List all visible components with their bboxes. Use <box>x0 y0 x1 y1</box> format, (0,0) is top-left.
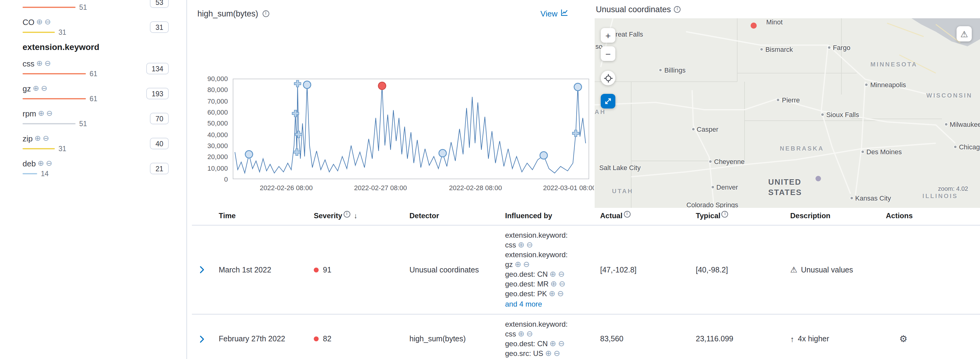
add-filter-icon[interactable]: ⊕ <box>34 135 41 142</box>
remove-filter-icon[interactable]: ⊖ <box>46 160 52 167</box>
column-header-actions[interactable]: Actions <box>886 212 913 220</box>
info-icon[interactable]: i <box>722 211 729 217</box>
city-dot <box>760 48 763 51</box>
influencer-label[interactable]: CO <box>22 18 34 27</box>
y-tick-label: 30,000 <box>207 142 228 149</box>
remove-filter-icon[interactable]: ⊖ <box>527 240 533 249</box>
add-filter-icon[interactable]: ⊕ <box>550 270 556 279</box>
influencer-entry: geo.src: US⊕⊖ <box>505 349 584 358</box>
info-icon[interactable]: i <box>262 10 269 17</box>
set-view-crosshair-button[interactable] <box>601 71 616 85</box>
map-city-label: Salt Lake City <box>599 164 641 172</box>
add-filter-icon[interactable]: ⊕ <box>38 110 45 117</box>
city-name: Des Moines <box>866 148 902 155</box>
add-filter-icon[interactable]: ⊕ <box>545 349 552 358</box>
remove-filter-icon[interactable]: ⊖ <box>523 260 530 269</box>
severity-dot <box>314 267 319 272</box>
influencer-score-row: 31 <box>22 144 169 153</box>
remove-filter-icon[interactable]: ⊖ <box>46 110 53 117</box>
add-filter-icon[interactable]: ⊕ <box>518 329 525 338</box>
multi-bucket-anomaly-marker[interactable] <box>294 80 301 87</box>
expand-row-chevron-icon[interactable] <box>198 335 206 343</box>
influencer-total-badge: 31 <box>150 21 169 33</box>
influencer-label[interactable]: deb <box>22 159 36 168</box>
remove-filter-icon[interactable]: ⊖ <box>558 339 565 348</box>
map-city-label: Colorado Springs <box>686 201 738 208</box>
map-warning-button[interactable]: ⚠ <box>956 26 972 41</box>
remove-filter-icon[interactable]: ⊖ <box>557 289 564 298</box>
typical-location-marker[interactable] <box>816 176 821 181</box>
city-dot <box>692 128 694 130</box>
influencer-label[interactable]: gz <box>22 84 31 93</box>
column-header-detector[interactable]: Detector <box>409 212 439 220</box>
add-filter-icon[interactable]: ⊕ <box>24 0 31 1</box>
column-header-typical[interactable]: Typical <box>696 212 721 220</box>
add-filter-icon[interactable]: ⊕ <box>550 339 556 348</box>
y-tick-label: 50,000 <box>207 120 228 127</box>
influencer-score-bar <box>22 148 55 149</box>
detector-cell: high_sum(bytes) <box>403 330 499 348</box>
add-filter-icon[interactable]: ⊕ <box>550 279 557 288</box>
column-header-actual[interactable]: Actual <box>600 212 622 220</box>
remove-filter-icon[interactable]: ⊖ <box>33 0 39 1</box>
city-dot <box>865 83 868 86</box>
column-header-time[interactable]: Time <box>219 212 236 220</box>
and-more-link[interactable]: and 4 more <box>505 299 584 309</box>
info-icon[interactable]: i <box>624 211 630 217</box>
y-tick-label: 60,000 <box>207 108 228 116</box>
add-filter-icon[interactable]: ⊕ <box>33 85 39 93</box>
expand-map-button[interactable] <box>601 94 616 108</box>
severity-dot <box>314 337 319 341</box>
add-filter-icon[interactable]: ⊕ <box>37 160 44 167</box>
city-dot <box>945 123 947 126</box>
influencer-entry: extension.keyword: gz⊕⊖ <box>505 250 584 270</box>
remove-filter-icon[interactable]: ⊖ <box>559 279 566 288</box>
zoom-in-button[interactable]: + <box>601 28 616 43</box>
influencer-label[interactable]: zip <box>22 134 33 143</box>
info-icon[interactable]: i <box>343 211 350 217</box>
remove-filter-icon[interactable]: ⊖ <box>558 270 565 279</box>
expand-row-chevron-icon[interactable] <box>198 266 206 274</box>
influencer-text: geo.dest: CN <box>505 270 548 279</box>
chart-y-axis: 90,00080,00070,00060,00050,00040,00030,0… <box>197 79 228 179</box>
map-header: Unusual coordinates i <box>595 0 980 18</box>
multi-bucket-anomaly-marker[interactable] <box>292 110 299 117</box>
influencer-label[interactable]: rpm <box>22 109 36 118</box>
add-filter-icon[interactable]: ⊕ <box>549 289 555 298</box>
influencer-label[interactable]: css <box>22 59 34 68</box>
city-name: Kansas City <box>855 195 891 202</box>
sort-desc-icon[interactable]: ↓ <box>354 212 357 220</box>
remove-filter-icon[interactable]: ⊖ <box>43 135 49 142</box>
anomaly-marker[interactable] <box>540 152 547 159</box>
anomaly-marker[interactable] <box>574 83 582 91</box>
column-header-severity[interactable]: Severity <box>314 212 342 220</box>
anomaly-marker[interactable] <box>304 81 311 88</box>
remove-filter-icon[interactable]: ⊖ <box>41 85 47 93</box>
column-header-description[interactable]: Description <box>790 212 830 220</box>
add-filter-icon[interactable]: ⊕ <box>36 60 43 67</box>
anomaly-marker[interactable] <box>245 150 253 158</box>
remove-filter-icon[interactable]: ⊖ <box>45 18 51 26</box>
add-filter-icon[interactable]: ⊕ <box>36 18 43 26</box>
remove-filter-icon[interactable]: ⊖ <box>527 329 533 338</box>
influencer-score-bar <box>22 123 76 124</box>
remove-filter-icon[interactable]: ⊖ <box>45 60 51 67</box>
multi-bucket-anomaly-marker[interactable] <box>573 130 579 137</box>
influencer-text: geo.src: US <box>505 349 543 358</box>
info-icon[interactable]: i <box>674 6 681 13</box>
warning-icon: ⚠ <box>960 29 968 39</box>
influencer-text: geo.dest: CN <box>505 340 548 348</box>
actual-cell: 83,560 <box>594 330 690 348</box>
add-filter-icon[interactable]: ⊕ <box>514 260 521 269</box>
map-canvas[interactable]: Great FallssoMinotBismarckFargoBillingsM… <box>595 18 980 208</box>
add-filter-icon[interactable]: ⊕ <box>518 240 525 249</box>
anomaly-marker[interactable] <box>439 149 446 156</box>
multi-bucket-anomaly-marker[interactable] <box>294 149 301 155</box>
view-link[interactable]: View <box>541 8 568 18</box>
row-actions-gear-button[interactable]: ⚙ <box>899 334 907 343</box>
remove-filter-icon[interactable]: ⊖ <box>554 349 560 358</box>
critical-anomaly-marker[interactable] <box>379 82 386 89</box>
column-header-influenced-by[interactable]: Influenced by <box>505 212 552 220</box>
zoom-out-button[interactable]: − <box>601 46 616 61</box>
anomaly-location-marker[interactable] <box>751 23 757 29</box>
